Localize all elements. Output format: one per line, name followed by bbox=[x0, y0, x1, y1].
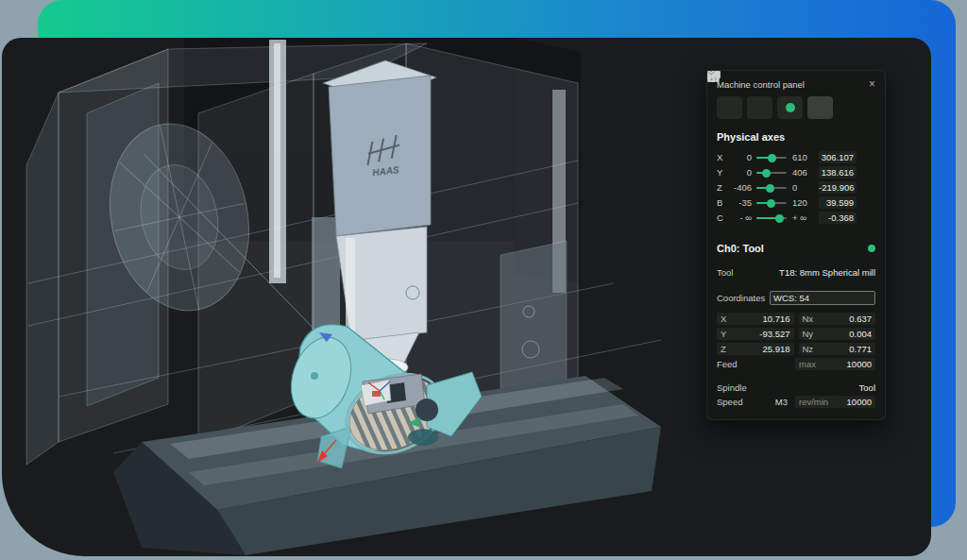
normal-x-field[interactable]: Nx 0.637 bbox=[799, 313, 876, 325]
axis-slider[interactable] bbox=[756, 196, 787, 209]
axis-min: 0 bbox=[728, 167, 752, 178]
page-background: HAAS bbox=[0, 0, 967, 560]
axis-slider[interactable] bbox=[756, 151, 787, 163]
tool-label: Tool bbox=[717, 267, 779, 278]
wcs-dropdown[interactable]: WCS: 54 bbox=[770, 291, 875, 305]
axis-min: 0 bbox=[728, 152, 752, 162]
record-button[interactable] bbox=[777, 96, 803, 119]
axis-min: -406 bbox=[728, 182, 752, 193]
axis-label: Y bbox=[717, 167, 728, 178]
axis-max: 610 bbox=[792, 152, 819, 162]
axis-max: 0 bbox=[792, 182, 819, 193]
tool-value: T18: 8mm Spherical mill bbox=[779, 267, 875, 278]
axis-slider[interactable] bbox=[756, 181, 787, 194]
coordinates-label: Coordinates bbox=[717, 293, 770, 303]
axis-label: C bbox=[717, 212, 728, 223]
position-x-field[interactable]: X 10.716 bbox=[717, 313, 794, 325]
normal-z-field[interactable]: Nz 0.771 bbox=[799, 343, 876, 355]
axis-row-y: Y 0 406 138.616 bbox=[717, 166, 875, 178]
tune-sliders-button[interactable] bbox=[747, 96, 772, 119]
machine-3d-viewport[interactable]: HAAS bbox=[2, 38, 931, 556]
skip-limits-icon[interactable] bbox=[858, 181, 873, 194]
spindle-m-code: M3 bbox=[775, 397, 788, 407]
spindle-row: Spindle Tool bbox=[717, 382, 875, 393]
axis-value-field[interactable]: -0.368 bbox=[819, 212, 857, 224]
axis-value-field[interactable]: 138.616 bbox=[819, 166, 857, 178]
feed-value: 10000 bbox=[847, 359, 872, 369]
record-icon bbox=[786, 103, 795, 112]
feed-placeholder: max bbox=[799, 359, 847, 369]
axis-label: Z bbox=[717, 182, 728, 193]
channel-status-icon bbox=[868, 245, 875, 252]
axis-value-field[interactable]: 39.599 bbox=[819, 196, 857, 209]
slider-thumb[interactable] bbox=[767, 199, 775, 208]
save-button[interactable] bbox=[807, 96, 833, 119]
axis-row-z: Z -406 0 -219.906 bbox=[717, 181, 875, 194]
axis-slider[interactable] bbox=[756, 212, 787, 224]
tool-row: Tool T18: 8mm Spherical mill bbox=[717, 267, 875, 278]
axis-max: 120 bbox=[792, 197, 819, 208]
panel-title: Machine control panel bbox=[717, 79, 805, 90]
jog-arrows-icon[interactable] bbox=[858, 212, 873, 224]
slider-thumb[interactable] bbox=[762, 169, 771, 178]
speed-value: 10000 bbox=[847, 397, 872, 407]
feed-input[interactable]: max 10000 bbox=[795, 358, 875, 370]
axis-min: -35 bbox=[728, 197, 752, 208]
feed-label: Feed bbox=[717, 359, 795, 369]
spindle-label: Spindle bbox=[717, 382, 859, 393]
axis-row-c: C - ∞ + ∞ -0.368 bbox=[717, 212, 875, 224]
axis-row-x: X 0 610 306.107 bbox=[717, 151, 875, 163]
slider-thumb[interactable] bbox=[768, 154, 776, 162]
normal-y-field[interactable]: Ny 0.004 bbox=[799, 328, 876, 340]
axis-label: B bbox=[717, 197, 728, 208]
speed-label: Speed bbox=[717, 397, 775, 407]
position-y-field[interactable]: Y -93.527 bbox=[717, 328, 794, 340]
axis-row-b: B -35 120 39.599 bbox=[717, 196, 875, 209]
skip-limits-icon[interactable] bbox=[858, 151, 873, 163]
coordinates-row: Coordinates WCS: 54 bbox=[717, 291, 875, 305]
physical-axes-heading: Physical axes bbox=[717, 131, 875, 143]
panel-toolbar bbox=[717, 96, 875, 119]
slider-thumb[interactable] bbox=[766, 184, 774, 193]
axis-label: X bbox=[717, 152, 728, 162]
axis-value-field[interactable]: -219.906 bbox=[819, 181, 857, 194]
close-icon[interactable]: × bbox=[869, 78, 875, 90]
axis-min: - ∞ bbox=[728, 212, 752, 223]
spindle-value: Tool bbox=[859, 382, 875, 393]
axis-max: 406 bbox=[792, 167, 819, 178]
chevron-down-icon bbox=[707, 71, 715, 76]
axis-value-field[interactable]: 306.107 bbox=[819, 151, 857, 163]
skip-limits-icon[interactable] bbox=[858, 166, 873, 178]
feed-row: Feed max 10000 bbox=[717, 358, 875, 370]
speed-placeholder: rev/min bbox=[799, 397, 847, 407]
ch0-tool-heading: Ch0: Tool bbox=[717, 243, 764, 254]
tool-position-grid: X 10.716 Nx 0.637 Y -93.527 Ny 0 bbox=[717, 313, 875, 355]
columns-button[interactable] bbox=[717, 96, 742, 119]
loop-icon[interactable] bbox=[858, 196, 873, 209]
physical-axes-list: X 0 610 306.107 Y 0 bbox=[717, 151, 875, 224]
position-z-field[interactable]: Z 25.918 bbox=[717, 343, 794, 355]
axis-slider[interactable] bbox=[756, 166, 787, 178]
wcs-selected-value: WCS: 54 bbox=[773, 293, 872, 303]
speed-input[interactable]: rev/min 10000 bbox=[795, 396, 875, 408]
machine-control-panel: Machine control panel × bbox=[706, 70, 886, 420]
slider-thumb[interactable] bbox=[775, 214, 784, 223]
axis-max: + ∞ bbox=[792, 212, 819, 223]
speed-row: Speed M3 rev/min 10000 bbox=[717, 396, 875, 408]
panel-header[interactable]: Machine control panel × bbox=[717, 76, 875, 92]
